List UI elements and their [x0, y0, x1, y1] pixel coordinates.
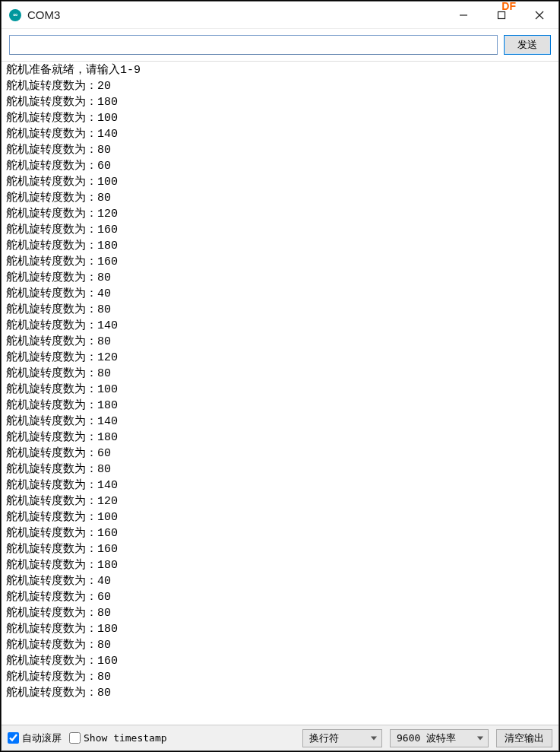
console-line: 舵机旋转度数为：40 — [6, 286, 555, 302]
console-line: 舵机旋转度数为：120 — [6, 206, 555, 222]
console-line: 舵机旋转度数为：80 — [6, 334, 555, 350]
console-line: 舵机旋转度数为：160 — [6, 254, 555, 270]
baud-rate-select[interactable]: 9600 波特率 — [390, 729, 489, 747]
console-line: 舵机旋转度数为：80 — [6, 302, 555, 318]
console-line: 舵机旋转度数为：140 — [6, 478, 555, 493]
console-line: 舵机准备就绪，请输入1-9 — [6, 62, 555, 78]
console-line: 舵机旋转度数为：80 — [6, 685, 555, 701]
console-line: 舵机旋转度数为：160 — [6, 541, 555, 557]
console-line: 舵机旋转度数为：180 — [6, 621, 555, 637]
titlebar: ∞ COM3 DF — [2, 2, 558, 29]
console-line: 舵机旋转度数为：180 — [6, 430, 555, 446]
console-line: 舵机旋转度数为：60 — [6, 446, 555, 462]
close-button[interactable] — [520, 2, 558, 28]
timestamp-label: Show timestamp — [84, 732, 167, 744]
clear-output-button[interactable]: 清空输出 — [496, 729, 552, 747]
console-line: 舵机旋转度数为：180 — [6, 94, 555, 110]
serial-input[interactable] — [9, 35, 498, 55]
arduino-icon: ∞ — [9, 9, 21, 21]
console-line: 舵机旋转度数为：120 — [6, 493, 555, 509]
console-line: 舵机旋转度数为：180 — [6, 398, 555, 414]
autoscroll-checkbox[interactable] — [8, 732, 19, 744]
console-line: 舵机旋转度数为：60 — [6, 589, 555, 605]
minimize-icon — [459, 11, 468, 20]
console-line: 舵机旋转度数为：180 — [6, 238, 555, 254]
baud-select-wrap: 9600 波特率 — [390, 729, 489, 747]
console-line: 舵机旋转度数为：100 — [6, 509, 555, 525]
timestamp-checkbox-wrap[interactable]: Show timestamp — [69, 732, 167, 744]
autoscroll-label: 自动滚屏 — [22, 731, 62, 745]
serial-output[interactable]: 舵机准备就绪，请输入1-9舵机旋转度数为：20舵机旋转度数为：180舵机旋转度数… — [2, 62, 558, 725]
console-wrap: 舵机准备就绪，请输入1-9舵机旋转度数为：20舵机旋转度数为：180舵机旋转度数… — [2, 62, 558, 725]
console-line: 舵机旋转度数为：80 — [6, 190, 555, 206]
console-line: 舵机旋转度数为：40 — [6, 573, 555, 589]
autoscroll-checkbox-wrap[interactable]: 自动滚屏 — [8, 731, 62, 745]
console-line: 舵机旋转度数为：160 — [6, 653, 555, 669]
console-line: 舵机旋转度数为：80 — [6, 366, 555, 382]
close-icon — [535, 11, 544, 20]
svg-rect-1 — [498, 11, 505, 18]
console-line: 舵机旋转度数为：80 — [6, 669, 555, 685]
window-controls — [445, 2, 558, 28]
console-line: 舵机旋转度数为：20 — [6, 78, 555, 94]
console-line: 舵机旋转度数为：140 — [6, 126, 555, 142]
maximize-button[interactable] — [482, 2, 520, 28]
console-line: 舵机旋转度数为：120 — [6, 350, 555, 366]
console-line: 舵机旋转度数为：140 — [6, 414, 555, 430]
window-title: COM3 — [27, 8, 60, 21]
console-line: 舵机旋转度数为：100 — [6, 382, 555, 398]
console-line: 舵机旋转度数为：160 — [6, 525, 555, 541]
console-line: 舵机旋转度数为：180 — [6, 557, 555, 573]
console-line: 舵机旋转度数为：80 — [6, 270, 555, 286]
line-ending-select-wrap: 换行符 — [302, 729, 382, 747]
console-line: 舵机旋转度数为：80 — [6, 637, 555, 653]
maximize-icon — [497, 11, 506, 20]
console-line: 舵机旋转度数为：80 — [6, 142, 555, 158]
console-line: 舵机旋转度数为：60 — [6, 158, 555, 174]
line-ending-select[interactable]: 换行符 — [302, 729, 382, 747]
console-line: 舵机旋转度数为：80 — [6, 605, 555, 621]
send-button[interactable]: 发送 — [504, 35, 551, 55]
console-line: 舵机旋转度数为：160 — [6, 222, 555, 238]
send-row: 发送 — [2, 29, 558, 62]
minimize-button[interactable] — [445, 2, 482, 28]
bottombar: 自动滚屏 Show timestamp 换行符 9600 波特率 清空输出 — [2, 725, 558, 750]
console-line: 舵机旋转度数为：80 — [6, 462, 555, 478]
serial-monitor-window: ∞ COM3 DF 发送 舵机准备就绪，请输入1-9舵机旋转度数为：20舵机旋转… — [1, 1, 559, 751]
console-line: 舵机旋转度数为：100 — [6, 174, 555, 190]
timestamp-checkbox[interactable] — [69, 732, 81, 744]
console-line: 舵机旋转度数为：100 — [6, 110, 555, 126]
console-line: 舵机旋转度数为：140 — [6, 318, 555, 334]
